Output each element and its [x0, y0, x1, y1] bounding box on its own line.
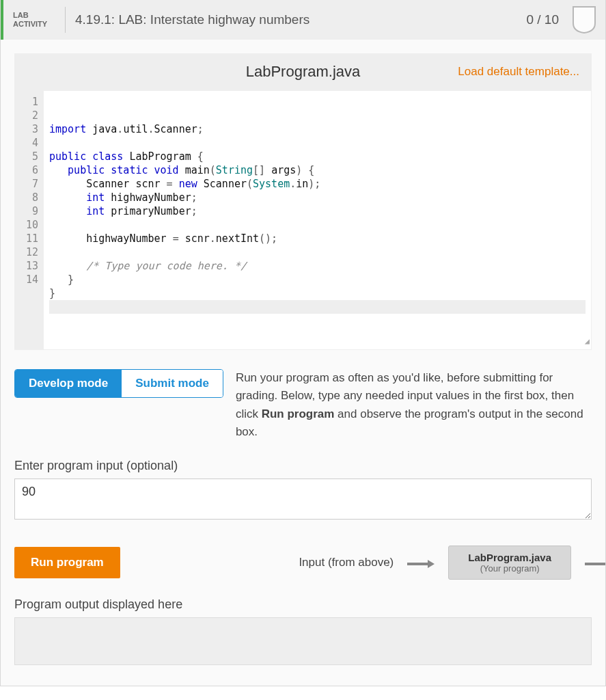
code-line[interactable]: public static void main(String[] args) { [49, 163, 586, 177]
resize-handle-icon[interactable]: ◢ [585, 334, 590, 348]
mode-desc-bold: Run program [262, 407, 335, 420]
line-number: 6 [18, 163, 38, 177]
header-left: LAB ACTIVITY 4.19.1: LAB: Interstate hig… [3, 0, 309, 40]
pocket-icon [571, 5, 597, 34]
mode-row: Develop mode Submit mode Run your progra… [14, 369, 592, 441]
svg-marker-1 [428, 560, 435, 568]
badge-line2: ACTIVITY [13, 20, 47, 28]
flow-input-label: Input (from above) [299, 556, 394, 569]
lab-content: LabProgram.java Load default template...… [1, 40, 605, 686]
lab-title: 4.19.1: LAB: Interstate highway numbers [75, 12, 309, 27]
mode-toggle: Develop mode Submit mode [14, 369, 223, 398]
code-line[interactable]: Scanner scnr = new Scanner(System.in); [49, 177, 586, 191]
line-number: 10 [18, 218, 38, 232]
code-line[interactable]: } [49, 286, 586, 300]
line-number: 5 [18, 150, 38, 163]
lab-header: LAB ACTIVITY 4.19.1: LAB: Interstate hig… [1, 0, 605, 40]
line-gutter: 1234567891011121314 [15, 91, 44, 349]
code-editor[interactable]: 1234567891011121314 import java.util.Sca… [14, 90, 592, 350]
submit-mode-button[interactable]: Submit mode [122, 370, 223, 397]
badge-line1: LAB [13, 11, 29, 19]
line-number: 12 [18, 245, 38, 259]
code-line[interactable] [49, 136, 586, 150]
arrow-right-icon [585, 553, 605, 572]
line-number: 3 [18, 122, 38, 136]
line-number: 9 [18, 204, 38, 218]
line-number: 13 [18, 259, 38, 273]
line-number: 4 [18, 136, 38, 150]
output-section-label: Program output displayed here [14, 597, 592, 612]
line-number: 8 [18, 191, 38, 204]
line-number: 7 [18, 177, 38, 191]
load-template-link[interactable]: Load default template... [458, 65, 579, 79]
editor-header: LabProgram.java Load default template... [14, 53, 592, 90]
code-area[interactable]: import java.util.Scanner; public class L… [44, 91, 591, 349]
line-number: 14 [18, 273, 38, 286]
lab-panel: LAB ACTIVITY 4.19.1: LAB: Interstate hig… [0, 0, 606, 686]
code-line[interactable]: /* Type your code here. */ [49, 259, 586, 273]
program-box-title: LabProgram.java [468, 552, 551, 563]
arrow-right-icon [407, 553, 435, 572]
program-input[interactable] [14, 479, 592, 520]
line-number: 1 [18, 95, 38, 109]
program-box: LabProgram.java (Your program) [448, 546, 571, 580]
run-program-button[interactable]: Run program [14, 547, 120, 578]
program-output [14, 617, 592, 665]
code-line[interactable]: } [49, 273, 586, 286]
program-box-sub: (Your program) [468, 563, 551, 574]
lab-activity-badge: LAB ACTIVITY [3, 11, 65, 29]
code-line[interactable]: highwayNumber = scnr.nextInt(); [49, 232, 586, 245]
develop-mode-button[interactable]: Develop mode [15, 370, 122, 397]
input-section-label: Enter program input (optional) [14, 459, 592, 473]
header-divider [65, 7, 66, 33]
code-line[interactable]: public class LabProgram { [49, 150, 586, 163]
score-display: 0 / 10 [526, 12, 559, 27]
code-line[interactable]: int primaryNumber; [49, 204, 586, 218]
code-line[interactable]: import java.util.Scanner; [49, 122, 586, 136]
line-number: 11 [18, 232, 38, 245]
code-line[interactable]: int highwayNumber; [49, 191, 586, 204]
run-row: Run program Input (from above) LabProgra… [14, 546, 592, 580]
code-line[interactable] [49, 245, 586, 259]
code-line[interactable] [49, 218, 586, 232]
line-number: 2 [18, 109, 38, 122]
mode-description: Run your program as often as you'd like,… [236, 369, 592, 441]
code-line[interactable] [49, 300, 586, 314]
